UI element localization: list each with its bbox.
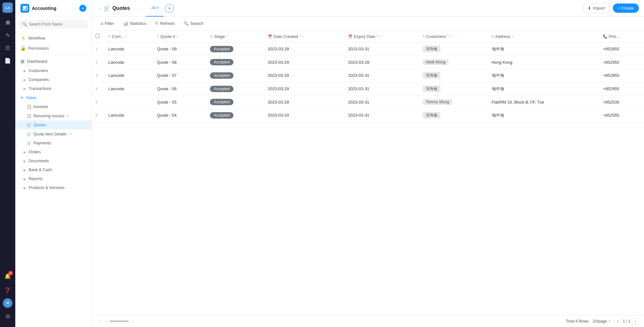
row-address: 地中海 xyxy=(488,82,599,96)
row-phone: +852530 xyxy=(599,96,644,109)
col-phone[interactable]: 📞 Pho... xyxy=(599,31,644,42)
grid-icon[interactable]: ⊞ xyxy=(2,17,13,28)
notification-badge: 4 xyxy=(8,271,13,275)
app-avatar[interactable]: Ln xyxy=(3,3,13,13)
bell-icon[interactable]: 🔔 4 xyxy=(2,270,13,282)
tab-all[interactable]: All ▾ xyxy=(146,0,164,17)
col-quote-num[interactable]: ≡ Quote # ▾ xyxy=(153,31,206,42)
col-date-created-sort[interactable]: ▾ xyxy=(302,35,304,38)
prev-page-button[interactable]: ‹ xyxy=(614,318,621,324)
row-date-created: 2023-03-29 xyxy=(264,109,344,122)
sidebar-item-quotes[interactable]: 🛒 Quotes xyxy=(15,120,91,129)
back-button[interactable]: ‹ xyxy=(97,3,104,13)
sidebar-item-workflow[interactable]: ⚡ Workflow xyxy=(15,33,91,43)
table-container[interactable]: A Com... ▾ ≡ Quote # ▾ xyxy=(92,31,644,315)
col-customers-sort[interactable]: ▾ xyxy=(450,35,452,38)
user-avatar[interactable]: H xyxy=(3,298,12,308)
scroll-left-button[interactable]: ‹ xyxy=(97,318,102,324)
col-expiry-date-sort[interactable]: ▾ xyxy=(379,35,381,38)
tab-all-dropdown[interactable]: ▾ xyxy=(157,6,159,10)
row-date-created: 2023-03-29 xyxy=(264,56,344,69)
row-customer: Tommy Wong xyxy=(419,96,488,109)
refresh-button[interactable]: ↻ Refresh xyxy=(151,19,179,27)
col-expiry-date-label: Expiry Date xyxy=(354,34,375,39)
chevron-right-icon: ▶ xyxy=(24,177,26,181)
col-expiry-date[interactable]: 📅 Expiry Date * ▾ xyxy=(344,31,419,42)
search-icon: 🔍 xyxy=(22,22,27,26)
per-page-chevron: ▾ xyxy=(609,319,611,323)
statistics-button[interactable]: 📊 Statistics xyxy=(119,19,150,27)
col-customers[interactable]: A Customers * ▾ xyxy=(419,31,488,42)
chart-icon[interactable]: 📄 xyxy=(2,55,13,66)
refresh-label: Refresh xyxy=(160,21,175,26)
row-stage: Accepted xyxy=(206,69,264,82)
row-quote-num: Quote - 58 xyxy=(153,56,206,69)
sidebar-item-orders[interactable]: ▶ Orders xyxy=(15,148,91,156)
row-expiry-date: 2023-03-29 xyxy=(344,56,419,69)
next-page-button[interactable]: › xyxy=(632,318,639,324)
col-stage-sort[interactable]: ▾ xyxy=(226,35,228,38)
sidebar-label-payments: Payments xyxy=(33,141,51,145)
scroll-track[interactable] xyxy=(110,320,129,322)
col-company[interactable]: A Com... ▾ xyxy=(104,31,153,42)
col-company-sort[interactable]: ▾ xyxy=(125,35,127,38)
quote-item-details-icon: 🛒 xyxy=(27,132,32,136)
table-row[interactable]: 4 Lancode Quote - 56 Accepted 2023-03-29… xyxy=(92,82,644,96)
sidebar-item-transactions[interactable]: ▶ Transactions xyxy=(15,84,91,93)
sidebar-item-reports[interactable]: ▶ Reports xyxy=(15,174,91,183)
filter-button[interactable]: ⧈ Filter xyxy=(97,19,118,28)
search-icon: 🔍 xyxy=(183,21,189,26)
scroll-right-button[interactable]: › xyxy=(103,318,108,324)
sidebar-nav: ⚡ Workflow 🔒 Permission ▦ Dashboard ▶ Cu… xyxy=(15,32,91,327)
sidebar-add-button[interactable]: + xyxy=(79,5,86,12)
sidebar-item-recurring-invoice[interactable]: 📋 Recurring Invoice 〜 xyxy=(15,111,91,120)
per-page-select[interactable]: 20/page ▾ xyxy=(593,319,611,323)
sidebar-item-sales[interactable]: ▼ Sales xyxy=(15,93,91,102)
col-phone-label: Pho... xyxy=(609,34,619,39)
sidebar-item-payments[interactable]: 🛒 Payments xyxy=(15,139,91,148)
settings-icon[interactable]: ⊟ xyxy=(2,310,13,322)
scroll-thumb[interactable] xyxy=(110,320,129,322)
table-row[interactable]: 6 Lancode Quote - 54 Accepted 2023-03-29… xyxy=(92,109,644,122)
row-checkbox-cell: 1 xyxy=(92,42,104,56)
col-date-created[interactable]: 📅 Date Created * ▾ xyxy=(264,31,344,42)
col-address-sort[interactable]: ▾ xyxy=(512,35,513,38)
help-icon[interactable]: ❓ xyxy=(2,284,13,296)
sidebar-item-documents[interactable]: ▶ Documents xyxy=(15,156,91,165)
col-address[interactable]: A Address ▾ xyxy=(488,31,599,42)
scroll-right-end-button[interactable]: › xyxy=(130,318,135,324)
sidebar-item-companies[interactable]: ▶ Companies xyxy=(15,75,91,84)
row-phone: +852955 xyxy=(599,69,644,82)
list-icon[interactable]: ☰ xyxy=(2,42,13,54)
table-row[interactable]: 1 Lancode Quote - 59 Accepted 2023-03-29… xyxy=(92,42,644,56)
sidebar-item-quote-item-details[interactable]: 🛒 Quote Item Details 〜 xyxy=(15,129,91,139)
topbar-more-icon[interactable]: ··· xyxy=(132,4,141,12)
table-row[interactable]: 5 Quote - 55 Accepted 2023-03-29 2023-03… xyxy=(92,96,644,109)
table-row[interactable]: 2 Lancode Quote - 58 Accepted 2023-03-29… xyxy=(92,56,644,69)
import-button[interactable]: ⬇ Import xyxy=(583,3,610,13)
search-button[interactable]: 🔍 Search xyxy=(180,19,207,27)
search-input[interactable] xyxy=(29,22,84,26)
col-quote-num-sort[interactable]: ▾ xyxy=(176,35,178,38)
row-company: Lancode xyxy=(104,82,153,96)
create-button[interactable]: + Create xyxy=(613,4,639,13)
sidebar-more-icon[interactable]: ··· xyxy=(73,6,77,11)
select-all-checkbox[interactable] xyxy=(96,34,100,38)
chevron-down-icon: ▼ xyxy=(20,96,24,99)
row-company: Lancode xyxy=(104,56,153,69)
sidebar-search[interactable]: 🔍 xyxy=(19,20,88,28)
col-date-created-label: Date Created xyxy=(274,34,298,39)
sidebar-item-invoices[interactable]: 📋 Invoices xyxy=(15,102,91,111)
topbar-title-area: 🛒 Quotes ··· xyxy=(104,4,141,12)
tab-add-button[interactable]: + xyxy=(165,4,174,13)
sidebar-item-products-services[interactable]: ▶ Products & Services xyxy=(15,183,91,192)
brush-icon[interactable]: ✎ xyxy=(2,29,13,41)
table-row[interactable]: 3 Lancode Quote - 57 Accepted 2023-03-29… xyxy=(92,69,644,82)
row-customer: 深海倫 xyxy=(419,42,488,56)
col-stage[interactable]: ⊜ Stage ▾ xyxy=(206,31,264,42)
sidebar-item-permission[interactable]: 🔒 Permission xyxy=(15,43,91,53)
sidebar-item-customers[interactable]: ▶ Customers xyxy=(15,66,91,75)
sidebar-item-bank-cash[interactable]: ▶ Bank & Cash xyxy=(15,165,91,174)
row-company: Lancode xyxy=(104,69,153,82)
sidebar-item-dashboard[interactable]: ▦ Dashboard xyxy=(15,56,91,66)
